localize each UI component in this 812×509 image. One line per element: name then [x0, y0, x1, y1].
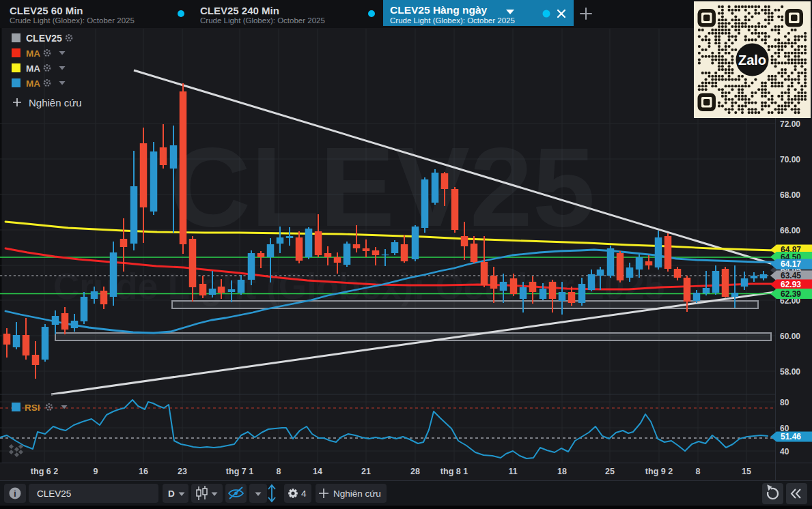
svg-text:MA: MA — [26, 78, 40, 89]
svg-text:62.39: 62.39 — [781, 289, 801, 299]
svg-text:63.45: 63.45 — [781, 271, 801, 280]
svg-text:CLEV25: CLEV25 — [169, 124, 596, 250]
svg-text:68.00: 68.00 — [780, 190, 800, 200]
svg-text:23: 23 — [178, 467, 187, 476]
svg-text:58.00: 58.00 — [780, 367, 800, 377]
svg-text:80: 80 — [780, 398, 789, 407]
svg-text:Crude Light (Globex): October: Crude Light (Globex): October 2025 — [10, 16, 135, 25]
svg-text:70.00: 70.00 — [780, 155, 800, 164]
svg-text:CLEV25: CLEV25 — [37, 489, 71, 499]
svg-text:RSI: RSI — [25, 403, 40, 413]
svg-text:thg 9 2: thg 9 2 — [645, 467, 673, 476]
svg-text:4: 4 — [301, 489, 307, 499]
svg-text:thg 7 1: thg 7 1 — [226, 467, 253, 476]
svg-text:MA: MA — [26, 63, 40, 74]
svg-text:15: 15 — [742, 467, 751, 476]
svg-text:Nghiên cứu: Nghiên cứu — [333, 489, 381, 499]
svg-text:D: D — [168, 489, 175, 499]
svg-text:thg 8 1: thg 8 1 — [440, 467, 468, 476]
svg-text:CLEV25 240 Min: CLEV25 240 Min — [200, 5, 279, 16]
svg-text:25: 25 — [605, 467, 615, 476]
svg-text:CLEV25: CLEV25 — [26, 33, 62, 44]
svg-text:64.17: 64.17 — [781, 259, 801, 269]
svg-text:21: 21 — [361, 467, 371, 476]
svg-text:8: 8 — [696, 467, 701, 476]
svg-text:62.93: 62.93 — [781, 280, 801, 289]
svg-text:8: 8 — [277, 467, 281, 476]
svg-text:CLEV25 Hàng ngày: CLEV25 Hàng ngày — [390, 4, 487, 16]
svg-text:9: 9 — [94, 467, 98, 476]
svg-text:Crude Light (Globex): October: Crude Light (Globex): October 2025 — [390, 16, 515, 25]
svg-text:66.00: 66.00 — [780, 226, 800, 235]
svg-text:Nghiên cứu: Nghiên cứu — [29, 97, 82, 108]
svg-text:CLEV25 60 Min: CLEV25 60 Min — [10, 5, 83, 16]
svg-text:Zalo: Zalo — [738, 53, 766, 68]
svg-text:72.00: 72.00 — [780, 119, 800, 129]
svg-text:MA: MA — [26, 48, 40, 59]
svg-text:14: 14 — [313, 467, 322, 476]
svg-text:28: 28 — [410, 467, 420, 476]
svg-text:40: 40 — [780, 447, 789, 456]
svg-text:16: 16 — [139, 467, 148, 476]
svg-text:i: i — [14, 489, 16, 499]
svg-text:51.46: 51.46 — [781, 432, 801, 441]
svg-text:Crude Light (Globex): October: Crude Light (Globex): October 2025 — [200, 16, 325, 25]
svg-text:11: 11 — [508, 467, 517, 476]
svg-text:18: 18 — [557, 467, 567, 476]
svg-text:60.00: 60.00 — [780, 332, 800, 341]
svg-text:thg 6 2: thg 6 2 — [31, 467, 58, 476]
